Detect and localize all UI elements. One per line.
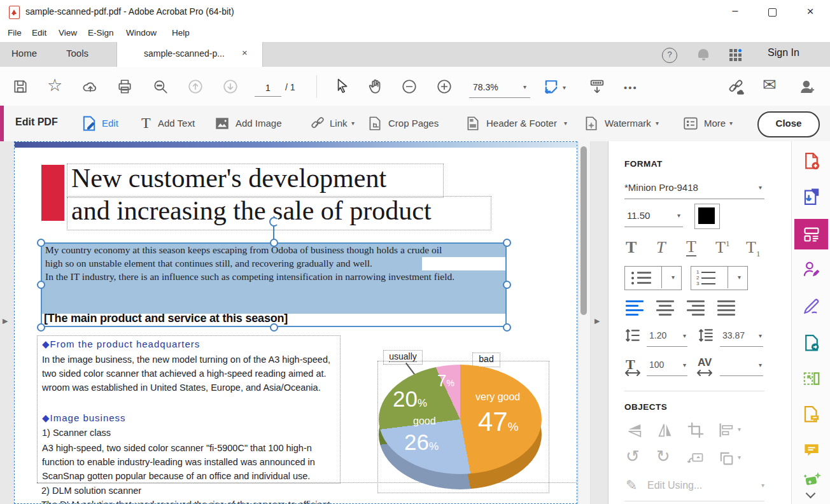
menu-file[interactable]: File xyxy=(8,28,22,38)
header-footer-button[interactable]: Header & Footer ▾ xyxy=(465,115,481,134)
pdf-page[interactable]: New customer's development and increasin… xyxy=(14,141,577,504)
favorite-button[interactable]: ☆ xyxy=(47,77,62,94)
upload-cloud-button[interactable] xyxy=(82,78,99,97)
rotate-ccw-button[interactable]: ↺ xyxy=(626,448,640,465)
edit-using-button[interactable]: ✎ Edit Using... ▾ xyxy=(626,477,764,496)
close-edit-button[interactable]: Close xyxy=(757,111,820,137)
font-family-select[interactable]: *Minion Pro-9418 ▾ xyxy=(624,179,764,199)
selection-handle[interactable] xyxy=(503,323,511,332)
crop-object-button[interactable] xyxy=(687,421,705,442)
create-pdf-tool[interactable] xyxy=(802,151,821,173)
numbered-list-button[interactable]: 1 2 3 ▾ xyxy=(691,266,748,290)
flip-horizontal-button[interactable] xyxy=(656,421,674,442)
selection-handle[interactable] xyxy=(503,281,511,289)
edit-pdf-tool-active[interactable] xyxy=(794,219,828,249)
sign-in-button[interactable]: Sign In xyxy=(768,47,799,59)
rail-expand-chevron[interactable] xyxy=(807,490,814,497)
save-button[interactable] xyxy=(12,78,29,97)
add-text-button[interactable]: T Add Text xyxy=(141,115,151,131)
doc-title-box-1[interactable]: New customer's development xyxy=(67,164,444,198)
crop-pages-button[interactable]: Crop Pages xyxy=(367,115,383,134)
search-button[interactable] xyxy=(152,78,169,97)
vertical-scrollbar[interactable] xyxy=(578,141,591,504)
more-tools-button[interactable]: More ▾ xyxy=(682,115,699,134)
line-spacing-select[interactable]: 1.20 ▾ xyxy=(647,328,687,347)
help-button[interactable]: ? xyxy=(662,48,677,63)
close-button[interactable]: × xyxy=(796,0,825,24)
selection-handle[interactable] xyxy=(270,239,278,247)
bullet-list-button[interactable]: ▾ xyxy=(624,266,682,290)
zoom-out-button[interactable] xyxy=(401,78,418,97)
align-left-button[interactable] xyxy=(626,300,645,316)
menu-esign[interactable]: E-Sign xyxy=(88,28,114,38)
selection-handle[interactable] xyxy=(503,239,511,247)
right-panel-toggle[interactable]: ▶ xyxy=(594,317,600,325)
minimize-button[interactable]: – xyxy=(721,0,750,24)
menu-view[interactable]: View xyxy=(59,28,77,38)
rotate-cw-button[interactable]: ↻ xyxy=(656,448,670,465)
tab-tools[interactable]: Tools xyxy=(66,48,88,59)
selection-handle[interactable] xyxy=(37,239,45,247)
selected-text-block[interactable]: My country economy at this season keeps … xyxy=(41,242,507,327)
select-tool-button[interactable] xyxy=(334,78,350,97)
export-pdf-tool[interactable] xyxy=(802,187,821,209)
flip-vertical-button[interactable] xyxy=(626,421,644,442)
notifications-button[interactable] xyxy=(696,47,710,62)
superscript-button[interactable]: T1 xyxy=(715,238,729,257)
align-objects-button[interactable]: ▾ xyxy=(717,421,735,442)
page-number-input[interactable] xyxy=(255,80,281,97)
selection-handle[interactable] xyxy=(37,281,45,289)
tab-document[interactable]: sample-scanned-p... × xyxy=(116,42,263,67)
next-page-button[interactable] xyxy=(222,78,239,97)
selection-handle[interactable] xyxy=(270,323,278,332)
pie-callout-bad[interactable]: bad xyxy=(472,353,500,367)
comment-tool[interactable] xyxy=(802,440,821,462)
replace-image-button[interactable] xyxy=(687,449,705,470)
link-button[interactable]: Link ▾ xyxy=(309,115,326,134)
italic-button[interactable]: T xyxy=(656,238,665,257)
menu-window[interactable]: Window xyxy=(126,28,157,38)
align-justify-button[interactable] xyxy=(717,300,736,316)
menu-help[interactable]: Help xyxy=(172,28,190,38)
arrange-button[interactable]: ▾ xyxy=(717,449,735,470)
kerning-select[interactable]: ▾ xyxy=(720,358,763,376)
bold-button[interactable]: T xyxy=(626,238,637,257)
email-button[interactable]: ✉ xyxy=(763,76,777,93)
scrolling-mode-button[interactable] xyxy=(588,78,606,98)
toolbar-more-button[interactable]: ••• xyxy=(624,82,638,93)
edit-tool-button[interactable]: Edit xyxy=(80,115,98,135)
selection-handle[interactable] xyxy=(37,323,45,332)
request-signatures-tool[interactable] xyxy=(802,260,821,281)
pie-callout-usually[interactable]: usually xyxy=(383,350,423,365)
font-size-select[interactable]: 11.50 ▾ xyxy=(624,207,683,227)
doc-section-box[interactable]: ◆From the product headquarters In the im… xyxy=(37,335,341,484)
hand-tool-button[interactable] xyxy=(367,78,384,97)
zoom-level-select[interactable]: 78.3% ▾ xyxy=(469,78,530,98)
crop-resize-tool[interactable] xyxy=(802,369,821,391)
maximize-button[interactable] xyxy=(757,0,787,24)
profile-button[interactable] xyxy=(798,78,816,98)
tab-close-icon[interactable]: × xyxy=(242,47,248,58)
underline-button[interactable]: T xyxy=(686,238,696,256)
print-button[interactable] xyxy=(116,78,133,97)
previous-page-button[interactable] xyxy=(187,78,204,97)
share-link-button[interactable] xyxy=(727,78,745,99)
tab-home[interactable]: Home xyxy=(11,48,37,59)
share-file-tool[interactable] xyxy=(802,333,821,355)
scrollbar-thumb[interactable] xyxy=(580,146,587,315)
paragraph-spacing-select[interactable]: 33.87 ▾ xyxy=(720,328,763,347)
apps-grid-button[interactable] xyxy=(729,48,745,63)
add-image-button[interactable]: Add Image xyxy=(214,115,230,134)
align-center-button[interactable] xyxy=(656,300,675,316)
watermark-button[interactable]: Watermark ▾ xyxy=(583,115,600,134)
fit-width-button[interactable]: ▾ xyxy=(542,78,560,98)
doc-title-box-2[interactable]: and increasing the sale of product xyxy=(67,196,491,230)
left-panel-toggle[interactable]: ▶ xyxy=(3,317,8,325)
fill-sign-tool[interactable] xyxy=(802,297,821,318)
rotate-handle[interactable] xyxy=(269,217,279,227)
font-color-swatch[interactable] xyxy=(694,204,720,229)
zoom-in-button[interactable] xyxy=(436,78,453,97)
subscript-button[interactable]: T1 xyxy=(746,238,760,259)
align-right-button[interactable] xyxy=(687,300,706,316)
menu-edit[interactable]: Edit xyxy=(32,28,46,38)
